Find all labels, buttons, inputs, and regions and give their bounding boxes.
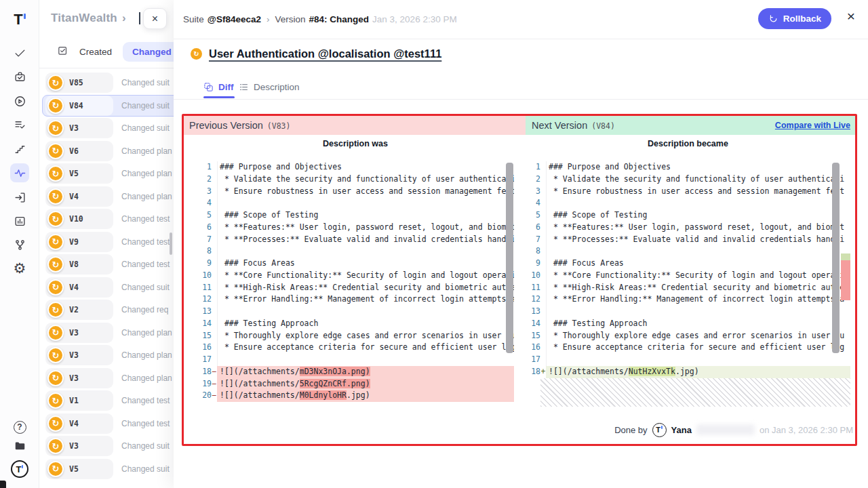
- diff-line: 12 * **Error Handling:** Management of i…: [526, 293, 850, 306]
- version-change-label: Changed suit: [121, 283, 170, 292]
- gear-icon[interactable]: ⚙: [10, 259, 29, 278]
- breadcrumb-suite-id[interactable]: @Sf84eeca2: [208, 14, 261, 24]
- folder-icon[interactable]: [10, 436, 29, 455]
- rollback-button[interactable]: Rollback: [758, 8, 831, 29]
- modal-close-button[interactable]: ×: [847, 9, 855, 23]
- changed-badge-icon: ↻: [47, 98, 64, 114]
- diff-line: 20−![](/attachments/M0LdnyloHR.jpg): [197, 390, 514, 402]
- diff-line: 16 * Ensure acceptance criteria for secu…: [197, 342, 514, 354]
- compare-with-live-link[interactable]: Compare with Live: [775, 121, 856, 130]
- version-number: V4: [69, 419, 79, 428]
- diff-line: 15 * Thoroughly explore edge cases and e…: [197, 330, 514, 342]
- entity-title-link[interactable]: User Authentication @localisation @test1…: [209, 47, 441, 60]
- version-number: V2: [69, 305, 79, 314]
- right-column-title: Description became: [526, 139, 850, 148]
- diff-line: 11 * **High-Risk Areas:** Credential sec…: [197, 282, 514, 294]
- previous-version-header: Previous Version (V83): [183, 116, 526, 135]
- version-pill: ↻ V8: [45, 254, 113, 274]
- version-number: V5: [69, 464, 79, 474]
- version-number: V4: [69, 192, 79, 201]
- changed-badge-icon: ↻: [47, 234, 64, 250]
- changed-badge-icon: ↻: [47, 302, 64, 318]
- diff-pane-next[interactable]: 1### Purpose and Objectives2 * Validate …: [526, 161, 850, 407]
- steps-icon[interactable]: [10, 140, 29, 159]
- exit-icon[interactable]: [10, 188, 29, 207]
- next-version-number: (V84): [591, 120, 615, 131]
- version-pill: ↻ V5: [45, 459, 113, 479]
- versions-scrollbar-thumb[interactable]: [170, 232, 172, 255]
- version-change-label: Changed plan: [121, 192, 172, 201]
- diff-line: 12 * **Error Handling:** Management of i…: [197, 293, 514, 306]
- diff-line: 5 ### Scope of Testing: [526, 209, 850, 222]
- version-change-label: Changed test: [121, 419, 170, 428]
- version-change-label: Changed plan: [121, 146, 172, 156]
- version-pill: ↻ V4: [45, 413, 113, 434]
- user-avatar[interactable]: T: [652, 423, 667, 437]
- removed-lines-placeholder-hatch: [540, 378, 850, 407]
- version-pill: ↻ V3: [45, 118, 113, 138]
- play-circle-icon[interactable]: [10, 92, 29, 110]
- left-pane-scrollbar-thumb[interactable]: [506, 163, 513, 353]
- redacted-last-name: [696, 424, 755, 435]
- diff-line: 8: [197, 245, 514, 258]
- diff-line: 1### Purpose and Objectives: [197, 161, 514, 174]
- divider: [174, 99, 868, 100]
- tab-description[interactable]: Description: [239, 82, 300, 92]
- version-change-label: Changed suit: [121, 441, 170, 451]
- version-pill: ↻ V2: [45, 300, 113, 320]
- diff-line: 8: [526, 245, 850, 258]
- diff-line: 7 * **Processes:** Evaluate valid and in…: [197, 234, 514, 246]
- version-number: V9: [69, 237, 79, 247]
- changed-badge-icon: ↻: [47, 120, 64, 136]
- check-icon[interactable]: [10, 43, 29, 62]
- changed-badge-icon: ↻: [47, 188, 64, 205]
- diff-line: 6 * **Features:** User login, password r…: [526, 222, 850, 234]
- branch-icon[interactable]: [10, 235, 29, 254]
- diff-line: 1### Purpose and Objectives: [526, 161, 850, 174]
- project-title[interactable]: TitanWealth: [51, 12, 117, 25]
- diff-line: 14 ### Testing Approach: [526, 318, 850, 330]
- done-by-label: Done by: [614, 425, 647, 435]
- active-tab-underline: [203, 96, 235, 98]
- version-number: V3: [69, 328, 79, 338]
- diff-line: 16 * Ensure acceptance criteria for secu…: [526, 342, 850, 354]
- version-change-label: Changed plan: [121, 169, 172, 178]
- right-pane-scrollbar-thumb[interactable]: [832, 163, 840, 353]
- changed-badge-icon: ↻: [47, 165, 64, 182]
- diff-line: 14 ### Testing Approach: [197, 318, 514, 330]
- diff-line: 9 ### Focus Areas: [526, 258, 850, 270]
- diff-line: 2 * Validate the security and functional…: [526, 174, 850, 186]
- rollback-icon: [768, 14, 778, 24]
- done-by-row: Done by T Yana on Jan 3, 2026 2:30 PM: [614, 422, 853, 438]
- chevron-right-icon: ›: [122, 12, 126, 25]
- version-number: V3: [69, 441, 79, 451]
- diff-overview-removed-marker: [841, 260, 850, 300]
- changed-badge-icon: ↻: [47, 279, 64, 296]
- panel-close-button[interactable]: ×: [143, 8, 167, 29]
- briefcase-check-icon[interactable]: [10, 67, 29, 86]
- changed-badge-icon: ↻: [47, 392, 64, 409]
- app-logo-icon[interactable]: T: [0, 11, 39, 28]
- diff-line: 2 * Validate the security and functional…: [197, 174, 514, 186]
- bar-chart-icon[interactable]: [10, 211, 29, 230]
- tab-diff[interactable]: Diff: [203, 82, 234, 92]
- version-number: V1: [69, 396, 79, 405]
- changed-badge-icon: ↻: [47, 256, 64, 272]
- version-pill: ↻ V5: [45, 163, 113, 184]
- diff-line: 6 * **Features:** User login, password r…: [197, 222, 514, 234]
- version-change-label: Changed suit: [121, 123, 170, 133]
- version-pill: ↻ V85: [45, 73, 113, 93]
- breadcrumb-version-prefix: Version: [275, 14, 306, 24]
- version-pill: ↻ V6: [45, 141, 113, 161]
- tab-created[interactable]: Created: [79, 47, 112, 57]
- left-column-title: Description was: [197, 139, 514, 148]
- list-check-icon[interactable]: [10, 115, 29, 134]
- history-filter-tabs: Created Changed: [57, 42, 181, 62]
- diff-pane-previous[interactable]: 1### Purpose and Objectives2 * Validate …: [197, 161, 514, 407]
- profile-avatar[interactable]: T: [10, 460, 29, 479]
- tab-changed[interactable]: Changed: [123, 42, 181, 62]
- diff-line: 10 * **Core Functionality:** Security of…: [197, 270, 514, 282]
- version-change-label: Changed test: [121, 260, 170, 269]
- help-icon[interactable]: ?: [10, 418, 29, 436]
- activity-icon[interactable]: [10, 163, 29, 182]
